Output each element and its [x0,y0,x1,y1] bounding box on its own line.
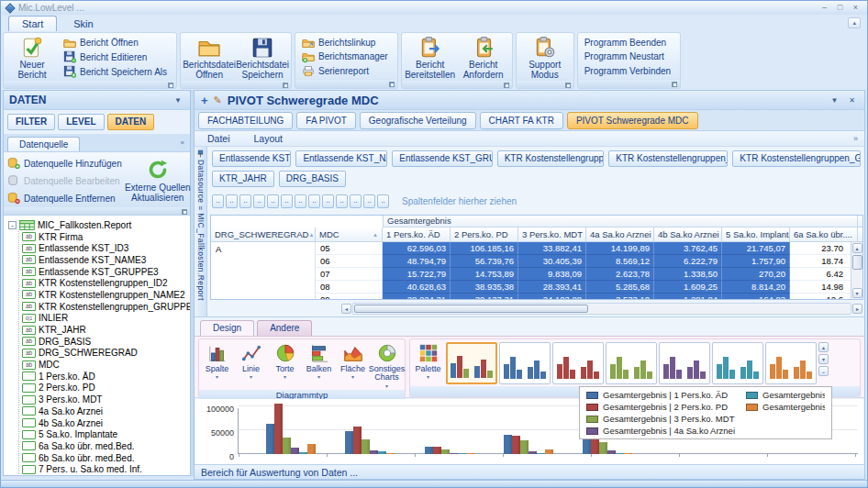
chart-style-thumbnail-5[interactable] [659,342,710,384]
pivot-value-cell[interactable]: 164,83 [722,294,790,300]
berichtslinkup-button[interactable]: Berichtslinkup [300,37,393,50]
pivot-data-field-1[interactable]: .. [212,194,224,208]
torte-button[interactable]: Torte▾ [269,340,301,381]
pivot-value-cell[interactable]: 40.628,63 [383,281,451,294]
spalte-button[interactable]: Spalte▾ [201,340,233,381]
pivot-value-cell-last[interactable]: 23.70 [790,242,858,255]
hscroll-thumb[interactable] [354,305,588,313]
pivot-value-cell[interactable]: 62.596,03 [383,242,451,255]
pivot-value-cell[interactable]: 1.338,50 [654,268,722,281]
pivot-field-entlassende-kst-id3[interactable]: Entlassende KST_ID3 [212,150,291,167]
pivot-value-cell-last[interactable]: 12.6 [790,294,858,300]
doc-tab-pivot-schweregrade-mdc[interactable]: PIVOT Schweregrade MDC [567,112,698,129]
pivot-data-field-8[interactable]: .. [308,194,320,208]
pivot-value-cell[interactable]: 33.882,41 [518,242,586,255]
pivot-value-cell[interactable]: 6.222,79 [654,255,722,268]
pivot-column-1-pers-ko-ad[interactable]: 1 Pers.ko. ÄD [383,227,451,242]
tree-item[interactable]: abKTR Kostenstellengruppen_NAME2 [22,289,190,301]
berichtsmanager-button[interactable]: Berichtsmanager [300,50,393,63]
dialog-launcher-icon[interactable] [565,83,571,88]
designer-tab-andere[interactable]: Andere [257,320,312,336]
datenquelle-hinzufugen-button[interactable]: Datenquelle Hinzufügen [6,156,124,171]
tab-daten[interactable]: DATEN [107,114,155,130]
pivot-data-field-13[interactable]: .. [377,194,389,208]
tree-item[interactable]: abEntlassende KST_GRUPPE3 [22,266,190,278]
berichtsdatei-speichern-button[interactable]: Berichtsdatei Speichern [237,35,288,80]
close-button[interactable]: × [850,2,862,14]
pivot-mdc-cell[interactable]: 08 [316,281,383,294]
pivot-row-field-drg-schweregrad[interactable]: DRG_SCHWEREGRAD▲ [211,227,316,242]
pivot-group-cell[interactable] [211,268,316,281]
sonstiges-charts-button[interactable]: Sonstiges Charts▾ [371,340,403,389]
tree-item[interactable]: 0|1INLIER [22,313,190,325]
bericht-offnen-button[interactable]: Bericht Öffnen [61,37,172,50]
dialog-launcher-icon[interactable] [672,82,677,87]
flache-button[interactable]: Fläche▾ [337,340,369,381]
vscroll-thumb[interactable] [852,255,862,270]
serienreport-button[interactable]: Serienreport [300,64,393,77]
pivot-mdc-cell[interactable]: 09 [316,294,383,300]
pivot-value-cell-last[interactable]: 18.74 [790,255,858,268]
pivot-column-2-pers-ko-pd[interactable]: 2 Pers.ko. PD [451,227,518,242]
pivot-value-cell[interactable]: 14.753,89 [451,268,518,281]
tree-item[interactable]: 7 Pers. u. Sa.ko med. Inf. [22,463,190,475]
pivot-value-cell[interactable]: 5.285,68 [586,281,654,294]
pivot-value-cell[interactable]: 3.533,10 [586,294,654,300]
bericht-editieren-button[interactable]: Bericht Editieren [61,50,172,63]
add-icon[interactable]: + [201,94,208,107]
edit-pencil-icon[interactable]: ✎ [214,94,222,106]
pivot-value-cell[interactable]: 15.722,79 [383,268,451,281]
pivot-field-entlassende-kst-gruppe3[interactable]: Entlassende KST_GRUPPE3 [392,150,492,167]
tree-item[interactable]: 6b Sa.ko übr. med.Bed. [22,452,190,464]
menu-item-datei[interactable]: Datei [207,133,230,144]
pivot-value-cell[interactable]: 2.623,78 [586,268,654,281]
pivot-value-cell[interactable]: 8.569,12 [586,255,654,268]
chart-style-thumbnail-4[interactable] [606,342,657,384]
ribbon-collapse-icon[interactable]: ▴ [848,17,861,28]
tab-datenquelle[interactable]: Datenquelle [7,137,80,151]
tree-item[interactable]: abKTR Firma [22,231,190,243]
pivot-value-cell[interactable]: 14.199,89 [586,242,654,255]
dialog-launcher-icon[interactable] [168,83,173,88]
pivot-data-field-4[interactable]: .. [253,194,265,208]
pivot-field-entlassende-kst-name3[interactable]: Entlassende KST_NAME3 [295,150,387,167]
pivot-column-3-pers-ko-mdt[interactable]: 3 Pers.ko. MDT [518,227,586,242]
dialog-launcher-icon[interactable] [283,83,288,88]
pivot-column-5-sa-ko-implantate[interactable]: 5 Sa.ko. Implantate [722,227,790,242]
chart-style-thumbnail-1[interactable] [446,342,497,384]
document-close-icon[interactable]: ✕ [846,96,858,105]
pivot-data-field-11[interactable]: .. [350,194,362,208]
scroll-right-icon[interactable]: ▸ [852,304,862,314]
ribbon-tab-start[interactable]: Start [8,16,57,31]
dialog-launcher-icon[interactable] [504,83,509,88]
doc-tab-geografische-verteilung[interactable]: Geografische Verteilung [360,112,476,129]
programm-verbinden-button[interactable]: Programm Verbinden [583,66,676,76]
pivot-value-cell[interactable]: 48.794,79 [383,255,451,268]
pivot-group-cell[interactable] [211,255,316,268]
pivot-field-ktr-kostenstellengruppen-name2[interactable]: KTR Kostenstellengruppen_NAME2 [608,150,728,167]
doc-tab-fachabteilung[interactable]: FACHABTEILUNG [198,112,293,129]
pivot-data-field-7[interactable]: .. [295,194,306,208]
tree-item[interactable]: abEntlassende KST_NAME3 [22,254,190,266]
tree-item[interactable]: abKTR_JAHR [22,324,190,336]
tree-item[interactable]: abDRG_SCHWEREGRAD [22,348,190,360]
document-menu-icon[interactable]: ▼ [828,96,840,105]
gallery-scroll-down-icon[interactable]: ▾ [818,354,829,364]
pivot-field-ktr-kostenstellengruppen-gruppe2[interactable]: KTR Kostenstellengruppen_GRUPPE2 [732,150,861,167]
dialog-launcher-icon[interactable] [182,209,187,215]
pivot-mdc-cell[interactable]: 06 [316,255,383,268]
scroll-down-icon[interactable]: ▾ [852,288,862,298]
bericht-anfordern-button[interactable]: Bericht Anfordern [458,35,509,80]
programm-neustart-button[interactable]: Programm Neustart [583,51,676,61]
programm-beenden-button[interactable]: Programm Beenden [583,38,676,48]
tree-item[interactable]: 3 Pers.ko. MDT [22,394,190,405]
pivot-data-field-10[interactable]: .. [336,194,348,208]
tree-root[interactable]: -MIC_Fallkosten.Report [8,219,190,231]
tree-item[interactable]: 2 Pers.ko. PD [22,383,190,394]
tree-item[interactable]: abKTR Kostenstellengruppen_GRUPPE2 [22,301,190,313]
pivot-value-cell[interactable]: 38.935,38 [451,281,518,294]
pivot-value-cell[interactable]: 1.281,84 [654,294,722,300]
gallery-scroll-up-icon[interactable]: ▴ [818,342,829,352]
gallery-expand-icon[interactable]: ⌄ [818,366,829,376]
pivot-field-drg-basis[interactable]: DRG_BASIS [279,171,346,187]
